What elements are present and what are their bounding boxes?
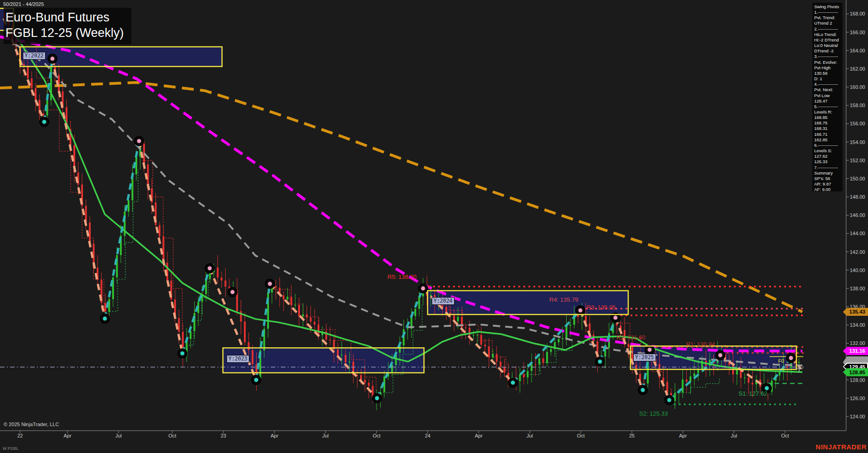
price-axis-label[interactable]: 162.00 bbox=[850, 66, 865, 72]
price-tag-131.16: 131.16 bbox=[843, 347, 868, 355]
year-box-label[interactable]: Y:2022 bbox=[23, 52, 46, 60]
price-axis-label[interactable]: 168.00 bbox=[850, 11, 865, 16]
instrument-watermark: Euro-Bund Futures FGBL 12-25 (Weekly) bbox=[4, 8, 131, 44]
candle-body bbox=[298, 305, 300, 317]
price-axis-label[interactable]: 140.00 bbox=[850, 268, 865, 273]
price-axis-label[interactable]: 148.00 bbox=[850, 194, 865, 200]
year-box-label[interactable]: Y:2025 bbox=[633, 354, 656, 361]
time-axis-label[interactable]: 23 bbox=[221, 433, 226, 438]
pivot-marker-dot bbox=[648, 348, 652, 352]
pivot-marker-dot bbox=[765, 386, 769, 390]
candle-body bbox=[283, 295, 284, 299]
candle-body bbox=[194, 313, 196, 331]
level-label-R5[interactable]: R5: 138.20 bbox=[388, 273, 417, 280]
price-axis-label[interactable]: 152.00 bbox=[850, 158, 865, 163]
time-axis-label[interactable]: Jul bbox=[731, 433, 737, 438]
candle-body bbox=[465, 328, 467, 329]
year-box-label[interactable]: Y:2024 bbox=[432, 297, 455, 305]
candle-body bbox=[290, 297, 292, 305]
time-axis-label[interactable]: Oct bbox=[372, 433, 380, 438]
time-axis-label[interactable]: 25 bbox=[629, 433, 635, 438]
year-box-label[interactable]: Y:2023 bbox=[227, 355, 249, 363]
time-axis-label[interactable]: 24 bbox=[425, 433, 430, 438]
time-axis-label[interactable]: Jul bbox=[322, 433, 329, 438]
level-label-R2[interactable]: R2: 131.60 bbox=[616, 334, 646, 341]
candle-body bbox=[457, 317, 459, 321]
time-axis-label[interactable]: Jul bbox=[527, 433, 533, 438]
time-axis-label[interactable]: Apr bbox=[475, 433, 482, 438]
price-axis-label[interactable]: 154.00 bbox=[850, 139, 865, 145]
time-axis-label[interactable]: Apr bbox=[270, 433, 278, 438]
level-label-R4[interactable]: R4: 135.79 bbox=[549, 296, 579, 303]
fib-f0-label[interactable]: F0 bbox=[778, 358, 784, 364]
price-axis-label[interactable]: 160.00 bbox=[850, 84, 865, 90]
price-axis-label[interactable]: 126.00 bbox=[850, 396, 865, 401]
pivot-marker-dot bbox=[718, 353, 723, 357]
price-axis-label[interactable]: 124.00 bbox=[850, 414, 865, 419]
candle-body bbox=[748, 378, 749, 383]
swing-pivots-line: Summary bbox=[814, 170, 842, 176]
candle-body bbox=[225, 280, 227, 287]
swing-pivots-line: 127.62 bbox=[814, 154, 842, 159]
price-axis-label[interactable]: 166.00 bbox=[850, 30, 865, 35]
level-label-S2[interactable]: S2: 125.33 bbox=[639, 410, 668, 417]
price-axis-label[interactable]: 128.00 bbox=[850, 377, 865, 383]
data-series-label: W FGBL bbox=[3, 446, 19, 451]
candle-body bbox=[248, 342, 250, 350]
time-axis-label[interactable]: Oct bbox=[781, 433, 789, 438]
swing-pivots-line: AF: 9.00 bbox=[814, 187, 842, 191]
level-label-R3[interactable]: R3: 135.05 bbox=[587, 304, 616, 311]
price-axis-label[interactable]: 134.00 bbox=[850, 322, 865, 328]
price-axis-label[interactable]: 132.00 bbox=[850, 340, 865, 346]
price-axis-label[interactable]: 142.00 bbox=[850, 249, 865, 255]
swing-pivots-line: Swing Pivots bbox=[814, 4, 842, 10]
candle-body bbox=[178, 318, 180, 332]
time-axis-label[interactable]: Oct bbox=[577, 433, 584, 438]
candle-body bbox=[736, 370, 738, 375]
swing-pivots-line: 168.75 bbox=[814, 120, 842, 126]
price-axis-label[interactable]: 158.00 bbox=[850, 103, 865, 108]
swing-zigzag-segment bbox=[52, 59, 105, 319]
swing-pivots-info-panel: Swing Pivots1.--------------Pvt. Trend:U… bbox=[812, 3, 842, 191]
pivot-marker-dot bbox=[579, 309, 583, 313]
candle-body bbox=[566, 326, 568, 339]
candle-body bbox=[35, 88, 36, 100]
candle-body bbox=[473, 335, 475, 336]
swing-zigzag-segment bbox=[270, 284, 377, 398]
swing-pivots-line: HiLo Trend: bbox=[814, 32, 842, 37]
pivot-marker-dot bbox=[208, 266, 212, 270]
price-axis-label[interactable]: 156.00 bbox=[850, 121, 865, 126]
price-axis-label[interactable]: 164.00 bbox=[850, 48, 865, 53]
swing-pivots-line: DTrend -2 bbox=[814, 48, 842, 54]
level-label-R1[interactable]: R1: 130.94 bbox=[686, 341, 715, 348]
time-axis-label[interactable]: Apr bbox=[63, 433, 71, 438]
candle-body bbox=[135, 157, 137, 174]
swing-zigzag-segment bbox=[580, 310, 600, 361]
candle-body bbox=[496, 354, 498, 362]
time-axis-label[interactable]: Oct bbox=[168, 433, 176, 438]
time-axis-label[interactable]: 22 bbox=[17, 433, 23, 438]
price-plot-canvas[interactable] bbox=[0, 0, 868, 453]
swing-pivots-line: 2.-------------- bbox=[814, 26, 842, 32]
candle-body bbox=[686, 380, 687, 382]
candle-body bbox=[23, 64, 25, 66]
candle-body bbox=[302, 314, 304, 317]
candle-body bbox=[407, 329, 408, 329]
candle-body bbox=[484, 345, 486, 346]
price-axis-label[interactable]: 146.00 bbox=[850, 212, 865, 218]
pivot-marker-dot bbox=[598, 360, 602, 364]
candle-body bbox=[89, 222, 91, 244]
candle-body bbox=[108, 299, 110, 312]
swing-pivots-line: Pvt. Trend: bbox=[814, 15, 842, 21]
time-axis-label[interactable]: Jul bbox=[115, 433, 122, 438]
price-axis-label[interactable]: 138.00 bbox=[850, 286, 865, 291]
level-label-S1[interactable]: S1: 127.62 bbox=[739, 390, 767, 397]
candle-body bbox=[341, 355, 343, 355]
pivot-marker-dot bbox=[137, 139, 141, 143]
price-axis-label[interactable]: 144.00 bbox=[850, 231, 865, 236]
price-axis-label[interactable]: 150.00 bbox=[850, 176, 865, 181]
time-axis-label[interactable]: Apr bbox=[679, 433, 687, 438]
candle-body bbox=[244, 322, 246, 342]
price-tag-135.43: 135.43 bbox=[843, 308, 868, 316]
swing-pivots-line: Pvt. Evolve: bbox=[814, 60, 842, 65]
